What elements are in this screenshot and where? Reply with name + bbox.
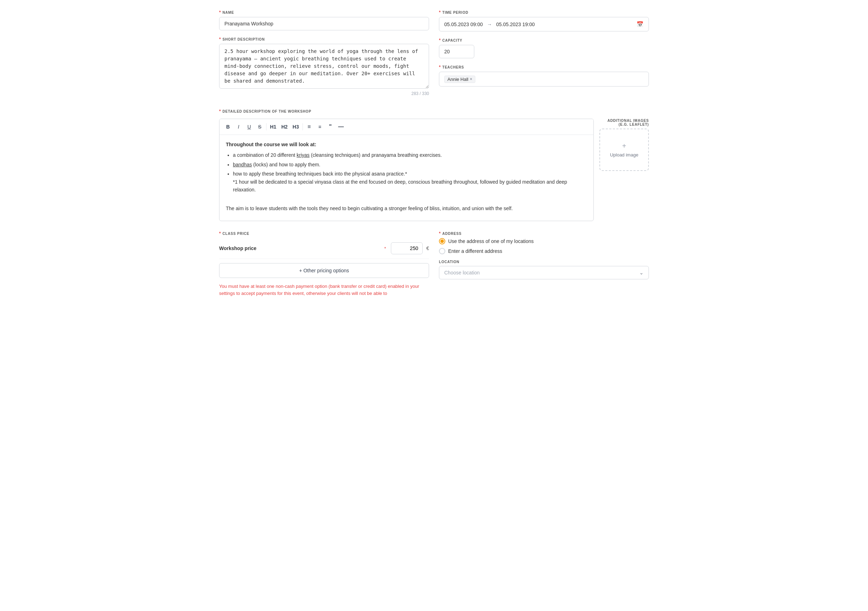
upload-image-label: Upload image xyxy=(610,152,638,158)
address-radio-1[interactable] xyxy=(439,238,445,244)
italic-button[interactable]: I xyxy=(234,122,243,132)
strikethrough-button[interactable]: S xyxy=(255,122,265,132)
editor-footer-paragraph: The aim is to leave students with the to… xyxy=(226,204,587,212)
divider-button[interactable]: — xyxy=(336,122,346,132)
rich-text-editor[interactable]: B I U S H1 H2 H3 ≡ ≡ " — Throughout the … xyxy=(219,119,594,221)
address-label: * ADDRESS xyxy=(439,231,649,236)
location-placeholder: Choose location xyxy=(444,270,480,275)
additional-images-section: ADDITIONAL IMAGES (E.G. LEAFLET) + Uploa… xyxy=(600,119,649,171)
char-count: 283 / 330 xyxy=(219,91,429,96)
address-required-star: * xyxy=(439,231,441,236)
short-description-label: * SHORT DESCRIPTION xyxy=(219,37,429,42)
form-page: * NAME * SHORT DESCRIPTION 2.5 hour work… xyxy=(208,0,660,306)
class-price-label: * CLASS PRICE xyxy=(219,231,429,236)
teachers-required-star: * xyxy=(439,65,441,70)
currency-symbol: € xyxy=(426,246,429,251)
teachers-field-group: * TEACHERS Annie Hall × xyxy=(439,65,649,87)
teachers-label: * TEACHERS xyxy=(439,65,649,70)
add-pricing-options-button[interactable]: + Other pricing options xyxy=(219,263,429,278)
h1-button[interactable]: H1 xyxy=(268,122,279,132)
capacity-label: * CAPACITY xyxy=(439,38,649,43)
detailed-desc-required-star: * xyxy=(219,109,221,114)
editor-content[interactable]: Throughout the course we will look at: a… xyxy=(220,135,594,221)
time-period-label: * TIME PERIOD xyxy=(439,10,649,15)
payment-warning: You must have at least one non-cash paym… xyxy=(219,283,429,297)
capacity-required-star: * xyxy=(439,38,441,43)
editor-list-item: how to apply these breathing techniques … xyxy=(233,170,587,193)
description-layout: B I U S H1 H2 H3 ≡ ≡ " — Throughout the … xyxy=(219,119,649,221)
location-select[interactable]: Choose location ⌄ xyxy=(439,266,649,279)
quote-button[interactable]: " xyxy=(326,122,335,132)
name-input[interactable] xyxy=(219,17,429,30)
toolbar-separator-1 xyxy=(266,123,267,130)
name-label: * NAME xyxy=(219,10,429,15)
toolbar-separator-2 xyxy=(302,123,303,130)
left-column: * NAME * SHORT DESCRIPTION 2.5 hour work… xyxy=(219,10,429,102)
time-period-start: 05.05.2023 09:00 xyxy=(444,22,483,27)
description-header: * DETAILED DESCRIPTION OF THE WORKSHOP xyxy=(219,109,649,116)
editor-toolbar: B I U S H1 H2 H3 ≡ ≡ " — xyxy=(220,119,594,135)
teacher-tag: Annie Hall × xyxy=(444,76,475,83)
kriyas-text: kriyas xyxy=(296,152,310,158)
time-period-input[interactable]: 05.05.2023 09:00 → 05.05.2023 19:00 📅 xyxy=(439,17,649,31)
location-label: LOCATION xyxy=(439,260,649,264)
h2-button[interactable]: H2 xyxy=(279,122,290,132)
detailed-description-label: * DETAILED DESCRIPTION OF THE WORKSHOP xyxy=(219,109,312,114)
address-option-1[interactable]: Use the address of one of my locations xyxy=(439,238,649,244)
address-option-2[interactable]: Enter a different address xyxy=(439,248,649,254)
capacity-input[interactable] xyxy=(439,45,474,58)
h3-button[interactable]: H3 xyxy=(290,122,301,132)
chevron-down-icon: ⌄ xyxy=(639,270,643,275)
teacher-tag-name: Annie Hall xyxy=(448,77,468,82)
bullet-list-button[interactable]: ≡ xyxy=(304,122,314,132)
capacity-field-group: * CAPACITY xyxy=(439,38,649,58)
bottom-row: * CLASS PRICE Workshop price * € + Other… xyxy=(219,231,649,297)
teacher-tag-close[interactable]: × xyxy=(470,77,472,82)
arrow-icon: → xyxy=(487,22,492,27)
right-column: * TIME PERIOD 05.05.2023 09:00 → 05.05.2… xyxy=(439,10,649,102)
calendar-icon: 📅 xyxy=(637,21,643,28)
short-description-field-group: * SHORT DESCRIPTION 2.5 hour workshop ex… xyxy=(219,37,429,96)
time-period-end: 05.05.2023 19:00 xyxy=(496,22,535,27)
address-radio-2[interactable] xyxy=(439,248,445,254)
editor-heading: Throughout the course we will look at: xyxy=(226,142,316,147)
class-price-section: * CLASS PRICE Workshop price * € + Other… xyxy=(219,231,429,297)
workshop-price-row: Workshop price * € xyxy=(219,238,429,259)
location-field-group: LOCATION Choose location ⌄ xyxy=(439,260,649,279)
short-description-input[interactable]: 2.5 hour workshop exploring the world of… xyxy=(219,44,429,89)
name-required-star: * xyxy=(219,10,221,15)
address-option-2-label: Enter a different address xyxy=(448,248,502,254)
underline-button[interactable]: U xyxy=(244,122,254,132)
bandhas-text: bandhas xyxy=(233,162,252,167)
add-pricing-label: + Other pricing options xyxy=(299,268,349,273)
address-section: * ADDRESS Use the address of one of my l… xyxy=(439,231,649,297)
name-field-group: * NAME xyxy=(219,10,429,30)
time-period-field-group: * TIME PERIOD 05.05.2023 09:00 → 05.05.2… xyxy=(439,10,649,31)
bold-button[interactable]: B xyxy=(223,122,233,132)
upload-plus-icon: + xyxy=(622,142,626,150)
additional-images-label: ADDITIONAL IMAGES (E.G. LEAFLET) xyxy=(600,119,649,127)
top-row: * NAME * SHORT DESCRIPTION 2.5 hour work… xyxy=(219,10,649,102)
editor-list-item: bandhas (locks) and how to apply them. xyxy=(233,161,587,169)
time-period-required-star: * xyxy=(439,10,441,15)
detailed-description-section: * DETAILED DESCRIPTION OF THE WORKSHOP B… xyxy=(219,109,649,221)
price-required-star: * xyxy=(384,246,386,251)
ordered-list-button[interactable]: ≡ xyxy=(315,122,325,132)
upload-image-button[interactable]: + Upload image xyxy=(600,128,649,171)
time-period-dates: 05.05.2023 09:00 → 05.05.2023 19:00 xyxy=(444,22,535,27)
editor-list-item: a combination of 20 different kriyas (cl… xyxy=(233,151,587,159)
address-option-1-label: Use the address of one of my locations xyxy=(448,238,534,244)
address-radio-group: Use the address of one of my locations E… xyxy=(439,238,649,254)
workshop-price-label: Workshop price xyxy=(219,246,381,251)
editor-bullet-list: a combination of 20 different kriyas (cl… xyxy=(226,151,587,193)
teachers-input[interactable]: Annie Hall × xyxy=(439,72,649,87)
workshop-price-input[interactable] xyxy=(391,242,423,254)
class-price-required-star: * xyxy=(219,231,221,236)
short-desc-required-star: * xyxy=(219,37,221,42)
